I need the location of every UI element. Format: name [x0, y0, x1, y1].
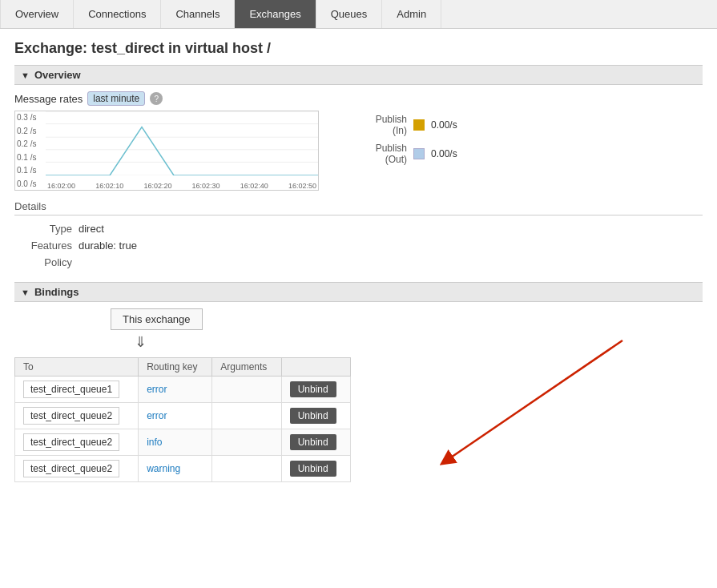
detail-value-features: durable: true — [79, 237, 143, 254]
nav-item-exchanges[interactable]: Exchanges — [235, 0, 316, 28]
x-label-1: 16:02:10 — [95, 182, 123, 190]
overview-section-label: Overview — [34, 69, 81, 81]
legend-item-publish-out: Publish(Out) 0.00/s — [343, 143, 457, 165]
top-navigation: Overview Connections Channels Exchanges … — [0, 0, 717, 29]
page-title-prefix: Exchange: — [14, 40, 91, 56]
y-label-1: 0.2 /s — [17, 127, 36, 135]
help-icon[interactable]: ? — [150, 92, 163, 105]
x-label-2: 16:02:20 — [143, 182, 171, 190]
svg-line-7 — [446, 340, 622, 461]
message-rates-row: Message rates last minute ? — [14, 91, 703, 106]
binding-routing-key-2: info — [139, 429, 212, 456]
bindings-section-label: Bindings — [34, 286, 79, 298]
queue-badge-1: test_direct_queue2 — [23, 407, 119, 425]
chart-svg — [46, 111, 318, 175]
y-label-3: 0.1 /s — [17, 153, 36, 162]
page-content: Exchange: test_direct in virtual host / … — [0, 29, 717, 493]
nav-item-queues[interactable]: Queues — [316, 0, 383, 28]
x-label-3: 16:02:30 — [192, 182, 220, 190]
queue-badge-3: test_direct_queue2 — [23, 460, 119, 477]
details-section-header: Details — [14, 200, 703, 215]
y-label-5: 0.0 /s — [17, 179, 36, 188]
details-section: Type direct Features durable: true Polic… — [14, 220, 703, 271]
message-rate-chart: 0.3 /s 0.2 /s 0.2 /s 0.1 /s 0.1 /s 0.0 /… — [14, 111, 319, 191]
y-label-0: 0.3 /s — [17, 113, 36, 122]
binding-action-1: Unbind — [281, 403, 350, 429]
x-label-5: 16:02:50 — [288, 182, 316, 190]
this-exchange-label: This exchange — [123, 313, 191, 325]
binding-action-2: Unbind — [281, 429, 350, 456]
binding-arguments-0 — [212, 377, 281, 403]
queue-badge-2: test_direct_queue2 — [23, 433, 119, 451]
legend-color-publish-in — [413, 119, 425, 131]
binding-action-0: Unbind — [281, 377, 350, 403]
binding-row-3: test_direct_queue2 warning Unbind — [15, 456, 351, 482]
nav-item-overview[interactable]: Overview — [0, 0, 74, 28]
bindings-collapse-arrow: ▼ — [21, 288, 30, 297]
nav-item-connections[interactable]: Connections — [74, 0, 161, 28]
binding-to-1: test_direct_queue2 — [15, 403, 139, 429]
annotation-arrow-svg — [382, 332, 638, 493]
time-badge[interactable]: last minute — [87, 91, 145, 106]
y-label-4: 0.1 /s — [17, 166, 36, 175]
legend-label-publish-in: Publish(In) — [343, 114, 407, 136]
page-title-suffix: in virtual host / — [164, 40, 271, 56]
legend-value-publish-in: 0.00/s — [431, 119, 457, 131]
bindings-section: This exchange ⇓ To Routing key Arguments — [14, 308, 703, 482]
legend-item-publish-in: Publish(In) 0.00/s — [343, 114, 457, 136]
unbind-button-0[interactable]: Unbind — [290, 381, 336, 397]
col-header-arguments: Arguments — [212, 358, 281, 377]
unbind-button-3[interactable]: Unbind — [290, 461, 336, 477]
binding-routing-key-3: warning — [139, 456, 212, 482]
binding-action-3: Unbind — [281, 456, 350, 482]
binding-to-0: test_direct_queue1 — [15, 377, 139, 403]
detail-key-policy: Policy — [14, 254, 79, 271]
this-exchange-box: This exchange — [111, 308, 203, 330]
page-title: Exchange: test_direct in virtual host / — [14, 40, 703, 57]
message-rates-text: Message rates — [14, 93, 83, 105]
binding-row-0: test_direct_queue1 error Unbind — [15, 377, 351, 403]
col-header-to: To — [15, 358, 139, 377]
detail-value-type: direct — [79, 220, 143, 237]
details-label: Details — [14, 200, 46, 212]
binding-routing-key-0: error — [139, 377, 212, 403]
detail-key-features: Features — [14, 237, 79, 254]
col-header-routing-key: Routing key — [139, 358, 212, 377]
details-table: Type direct Features durable: true Polic… — [14, 220, 143, 271]
bindings-section-header[interactable]: ▼ Bindings — [14, 282, 703, 302]
nav-item-channels[interactable]: Channels — [161, 0, 235, 28]
bindings-table-header-row: To Routing key Arguments — [15, 358, 351, 377]
detail-row-type: Type direct — [14, 220, 143, 237]
queue-badge-0: test_direct_queue1 — [23, 381, 119, 398]
x-label-0: 16:02:00 — [47, 182, 75, 190]
chart-legend-row: 0.3 /s 0.2 /s 0.2 /s 0.1 /s 0.1 /s 0.0 /… — [14, 111, 703, 191]
binding-arguments-1 — [212, 403, 281, 429]
binding-to-2: test_direct_queue2 — [15, 429, 139, 456]
legend-color-publish-out — [413, 148, 425, 159]
unbind-button-2[interactable]: Unbind — [290, 434, 336, 450]
binding-row-1: test_direct_queue2 error Unbind — [15, 403, 351, 429]
nav-item-admin[interactable]: Admin — [382, 0, 441, 28]
binding-arguments-2 — [212, 429, 281, 456]
binding-arguments-3 — [212, 456, 281, 482]
exchange-name: test_direct — [91, 40, 164, 56]
detail-row-features: Features durable: true — [14, 237, 143, 254]
detail-key-type: Type — [14, 220, 79, 237]
overview-section-header[interactable]: ▼ Overview — [14, 65, 703, 85]
down-arrows: ⇓ — [135, 333, 703, 351]
binding-to-3: test_direct_queue2 — [15, 456, 139, 482]
legend-label-publish-out: Publish(Out) — [343, 143, 407, 165]
chart-x-labels: 16:02:00 16:02:10 16:02:20 16:02:30 16:0… — [46, 182, 318, 190]
col-header-action — [281, 358, 350, 377]
x-label-4: 16:02:40 — [240, 182, 268, 190]
binding-row-2: test_direct_queue2 info Unbind — [15, 429, 351, 456]
y-label-2: 0.2 /s — [17, 139, 36, 148]
chart-y-labels: 0.3 /s 0.2 /s 0.2 /s 0.1 /s 0.1 /s 0.0 /… — [15, 111, 38, 190]
detail-row-policy: Policy — [14, 254, 143, 271]
bindings-table: To Routing key Arguments test_direct_que… — [14, 357, 351, 482]
binding-routing-key-1: error — [139, 403, 212, 429]
chart-legend: Publish(In) 0.00/s Publish(Out) 0.00/s — [343, 111, 457, 165]
legend-value-publish-out: 0.00/s — [431, 148, 457, 159]
unbind-button-1[interactable]: Unbind — [290, 408, 336, 424]
overview-collapse-arrow: ▼ — [21, 70, 30, 80]
